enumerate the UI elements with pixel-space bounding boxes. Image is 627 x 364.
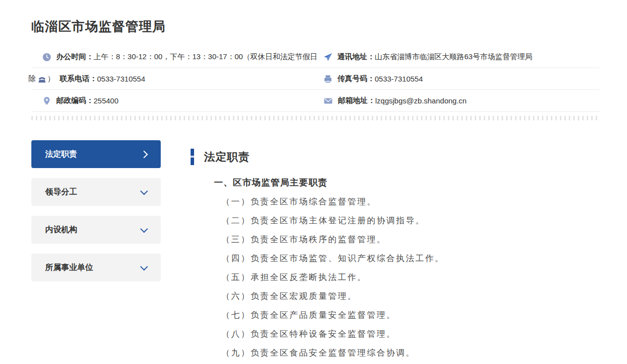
duty-item: （四）负责全区市场监管、知识产权综合执法工作。 xyxy=(221,249,600,268)
sidebar-item-label: 所属事业单位 xyxy=(45,263,93,273)
main-content: 法定职责 一、区市场监管局主要职责 （一）负责全区市场综合监督管理。 （二）负责… xyxy=(191,140,600,364)
chevron-right-icon xyxy=(140,151,148,159)
phone-label: 联系电话： xyxy=(60,74,97,84)
clock-icon xyxy=(42,53,51,62)
info-row-postal-code: 邮政编码： 255400 xyxy=(31,90,323,112)
duty-item: （六）负责全区宏观质量管理。 xyxy=(221,287,600,306)
page-title: 临淄区市场监督管理局 xyxy=(31,8,600,34)
sidebar-item-label: 内设机构 xyxy=(45,225,77,235)
section-subtitle: 一、区市场监管局主要职责 xyxy=(214,177,600,188)
sidebar-item-leadership[interactable]: 领导分工 xyxy=(31,178,161,206)
info-row-fax: 传真号码： 0533-7310554 xyxy=(323,68,600,90)
address-value: 山东省淄博市临淄区大顺路63号市场监督管理局 xyxy=(375,52,532,62)
duty-item: （一）负责全区市场综合监督管理。 xyxy=(221,192,600,211)
sidebar-nav: 法定职责 领导分工 内设机构 所属事业单位 xyxy=(31,140,161,364)
info-row-office-hours: 办公时间： 上午：8：30-12：00，下午：13：30-17：00（双休日和法… xyxy=(31,46,323,68)
contact-info-panel: 办公时间： 上午：8：30-12：00，下午：13：30-17：00（双休日和法… xyxy=(31,46,600,112)
mail-icon xyxy=(323,96,333,105)
sidebar-item-label: 领导分工 xyxy=(45,187,77,197)
duty-item: （九）负责全区食品安全监督管理综合协调。 xyxy=(221,344,600,363)
sidebar-item-legal-duties[interactable]: 法定职责 xyxy=(31,140,161,168)
chevron-down-icon xyxy=(140,225,148,233)
heading-accent-bar xyxy=(191,149,194,165)
office-hours-overflow-close: ） xyxy=(47,74,55,84)
fax-value: 0533-7310554 xyxy=(375,75,423,83)
location-pin-icon xyxy=(42,96,51,105)
info-row-email: 邮箱地址： lzqgsjbgs@zb.shandong.cn xyxy=(323,90,600,112)
postal-code-value: 255400 xyxy=(94,96,118,105)
send-icon xyxy=(323,53,332,62)
fax-icon xyxy=(323,75,332,84)
duty-item: （三）负责全区市场秩序的监督管理。 xyxy=(221,230,600,249)
sidebar-item-label: 法定职责 xyxy=(45,149,77,160)
sidebar-item-internal-orgs[interactable]: 内设机构 xyxy=(31,216,161,244)
office-hours-overflow-text: 除 xyxy=(28,74,36,84)
chevron-down-icon xyxy=(140,187,148,195)
phone-value: 0533-7310554 xyxy=(97,75,145,83)
phone-icon xyxy=(37,75,47,84)
fax-label: 传真号码： xyxy=(337,74,375,84)
info-row-phone: 除 ） 联系电话： 0533-7310554 xyxy=(31,68,323,90)
office-hours-value: 上午：8：30-12：00，下午：13：30-17：00（双休日和法定节假日 xyxy=(94,52,317,62)
duties-list: （一）负责全区市场综合监督管理。 （二）负责全区市场主体登记注册的协调指导。 （… xyxy=(221,192,600,364)
duty-item: （八）负责全区特种设备安全监督管理。 xyxy=(221,325,600,344)
email-label: 邮箱地址： xyxy=(338,96,375,105)
duty-item: （二）负责全区市场主体登记注册的协调指导。 xyxy=(221,211,600,230)
duty-item: （五）承担全区反垄断执法工作。 xyxy=(221,268,600,287)
section-title: 法定职责 xyxy=(204,150,250,165)
sidebar-item-affiliated-units[interactable]: 所属事业单位 xyxy=(31,254,161,281)
duty-item: （七）负责全区产品质量安全监督管理。 xyxy=(221,306,600,325)
postal-code-label: 邮政编码： xyxy=(56,96,94,105)
chevron-down-icon xyxy=(140,263,148,271)
info-row-address: 通讯地址： 山东省淄博市临淄区大顺路63号市场监督管理局 xyxy=(323,46,600,68)
tick-divider xyxy=(31,116,600,120)
office-hours-label: 办公时间： xyxy=(56,52,94,62)
address-label: 通讯地址： xyxy=(337,52,375,62)
email-value: lzqgsjbgs@zb.shandong.cn xyxy=(375,96,467,105)
